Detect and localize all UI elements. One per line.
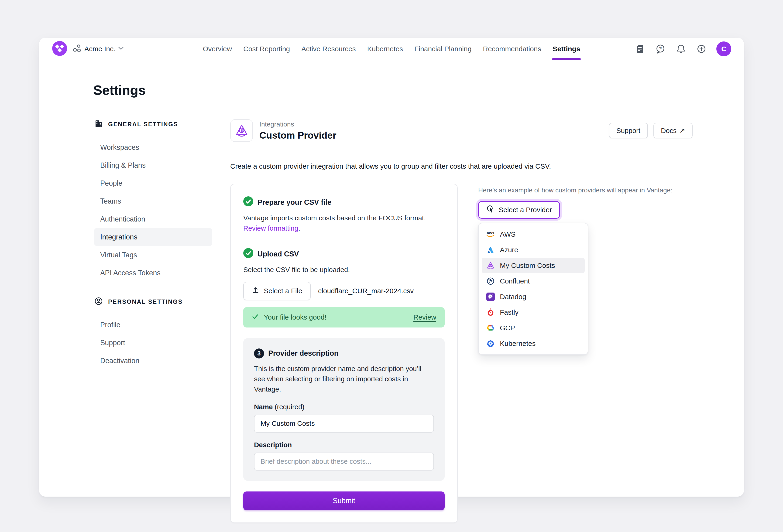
provider-description-panel: 3 Provider description This is the custo…	[243, 338, 445, 481]
provider-item-confluent[interactable]: Confluent	[482, 273, 585, 289]
external-link-arrow-icon: ↗	[679, 127, 685, 135]
svg-text:☸: ☸	[488, 340, 493, 347]
top-navigation-bar: Acme Inc. Overview Cost Reporting Active…	[39, 38, 744, 60]
chevron-down-icon	[118, 46, 124, 51]
csv-upload-card: Prepare your CSV file Vantage imports cu…	[230, 184, 458, 523]
integration-titles: Integrations Custom Provider	[259, 121, 336, 141]
content-area: GENERAL SETTINGS Workspaces Billing & Pl…	[39, 119, 744, 532]
personal-settings-label: PERSONAL SETTINGS	[108, 298, 183, 305]
step-describe-title: Provider description	[268, 349, 338, 358]
example-column: Here’s an example of how custom provider…	[478, 184, 693, 355]
example-caption: Here’s an example of how custom provider…	[478, 187, 693, 194]
docs-button[interactable]: Docs↗	[653, 123, 693, 138]
help-icon[interactable]: ?	[655, 43, 666, 55]
nav-active-resources[interactable]: Active Resources	[301, 38, 355, 60]
sidebar-item-teams[interactable]: Teams	[94, 192, 212, 210]
custom-provider-icon: $	[234, 123, 249, 138]
app-window: Acme Inc. Overview Cost Reporting Active…	[39, 38, 744, 497]
primary-nav: Overview Cost Reporting Active Resources…	[203, 38, 580, 60]
name-label: Name (required)	[254, 403, 434, 411]
svg-text:$: $	[490, 264, 491, 267]
general-settings-header: GENERAL SETTINGS	[94, 119, 212, 129]
provider-dropdown: aws AWS	[478, 223, 588, 355]
sidebar-item-api-access-tokens[interactable]: API Access Tokens	[94, 264, 212, 282]
org-name: Acme Inc.	[84, 45, 115, 53]
support-button[interactable]: Support	[609, 123, 648, 138]
sidebar-item-workspaces[interactable]: Workspaces	[94, 138, 212, 156]
vantage-logo[interactable]	[52, 41, 67, 57]
nav-settings[interactable]: Settings	[553, 38, 580, 60]
upload-icon	[252, 286, 260, 296]
step-describe-body: This is the custom provider name and des…	[254, 364, 434, 395]
submit-button[interactable]: Submit	[243, 492, 445, 510]
provider-item-fastly[interactable]: Fastly	[482, 304, 585, 320]
topbar-left: Acme Inc.	[52, 41, 124, 57]
sidebar-item-people[interactable]: People	[94, 174, 212, 192]
sidebar-item-integrations[interactable]: Integrations	[94, 228, 212, 246]
banner-text: Your file looks good!	[264, 313, 326, 321]
description-label: Description	[254, 441, 434, 449]
step-3-badge: 3	[254, 348, 264, 359]
personal-settings-header: PERSONAL SETTINGS	[94, 297, 212, 306]
svg-text:aws: aws	[487, 231, 494, 235]
custom-costs-icon: $	[486, 261, 495, 270]
general-settings-label: GENERAL SETTINGS	[108, 121, 178, 128]
user-avatar[interactable]: C	[716, 41, 731, 56]
description-input[interactable]	[254, 453, 434, 470]
page-title: Settings	[93, 82, 744, 98]
person-circle-icon	[94, 297, 103, 306]
nav-financial-planning[interactable]: Financial Planning	[414, 38, 471, 60]
general-settings-section: GENERAL SETTINGS Workspaces Billing & Pl…	[94, 119, 212, 282]
integration-header: $ Integrations Custom Provider Support D…	[230, 119, 693, 142]
name-input[interactable]	[254, 414, 434, 433]
provider-item-gcp[interactable]: GCP	[482, 320, 585, 336]
org-icon	[73, 44, 82, 54]
provider-item-aws[interactable]: aws AWS	[482, 226, 585, 242]
nav-cost-reporting[interactable]: Cost Reporting	[243, 38, 290, 60]
nav-kubernetes[interactable]: Kubernetes	[367, 38, 403, 60]
provider-item-kubernetes[interactable]: ☸ Kubernetes	[482, 336, 585, 351]
content-columns: Prepare your CSV file Vantage imports cu…	[230, 184, 693, 523]
settings-sidebar: GENERAL SETTINGS Workspaces Billing & Pl…	[94, 119, 212, 370]
personal-settings-list: Profile Support Deactivation	[94, 316, 212, 370]
banner-review-link[interactable]: Review	[413, 313, 436, 321]
step-prepare-title: Prepare your CSV file	[257, 198, 332, 207]
sidebar-item-deactivation[interactable]: Deactivation	[94, 352, 212, 370]
org-switcher[interactable]: Acme Inc.	[73, 44, 124, 54]
step-prepare-csv: Prepare your CSV file Vantage imports cu…	[243, 196, 445, 233]
select-file-button[interactable]: Select a File	[243, 282, 311, 300]
header-divider	[230, 151, 693, 151]
provider-item-my-custom-costs[interactable]: $ My Custom Costs	[482, 258, 585, 273]
azure-icon	[486, 245, 495, 255]
topbar-actions: ? C	[634, 41, 731, 56]
provider-item-azure[interactable]: Azure	[482, 242, 585, 258]
nav-recommendations[interactable]: Recommendations	[483, 38, 541, 60]
breadcrumb: Integrations	[259, 121, 336, 128]
main-panel: $ Integrations Custom Provider Support D…	[230, 119, 693, 523]
nav-overview[interactable]: Overview	[203, 38, 232, 60]
provider-item-datadog[interactable]: Datadog	[482, 289, 585, 304]
sidebar-item-support[interactable]: Support	[94, 334, 212, 352]
sidebar-item-billing-plans[interactable]: Billing & Plans	[94, 156, 212, 174]
step-upload-csv: Upload CSV Select the CSV file to be upl…	[243, 248, 445, 328]
step-prepare-head: Prepare your CSV file	[243, 196, 445, 208]
step-upload-head: Upload CSV	[243, 248, 445, 260]
review-formatting-link[interactable]: Review formatting	[243, 224, 298, 232]
check-circle-icon	[243, 196, 253, 208]
personal-settings-section: PERSONAL SETTINGS Profile Support Deacti…	[94, 297, 212, 370]
add-plus-icon[interactable]	[696, 43, 707, 55]
notifications-bell-icon[interactable]	[675, 43, 687, 55]
svg-text:$: $	[241, 128, 243, 132]
select-provider-button[interactable]: Select a Provider	[478, 201, 560, 219]
sidebar-item-authentication[interactable]: Authentication	[94, 210, 212, 228]
sidebar-item-profile[interactable]: Profile	[94, 316, 212, 334]
building-icon	[94, 119, 103, 129]
check-circle-icon	[243, 248, 253, 260]
changelog-icon[interactable]	[634, 43, 646, 55]
sidebar-item-virtual-tags[interactable]: Virtual Tags	[94, 246, 212, 264]
aws-icon: aws	[486, 230, 495, 239]
file-row: Select a File cloudflare_CUR_mar-2024.cs…	[243, 282, 445, 300]
gcp-icon	[486, 323, 495, 333]
general-settings-list: Workspaces Billing & Plans People Teams …	[94, 138, 212, 282]
uploaded-filename: cloudflare_CUR_mar-2024.csv	[318, 287, 414, 295]
